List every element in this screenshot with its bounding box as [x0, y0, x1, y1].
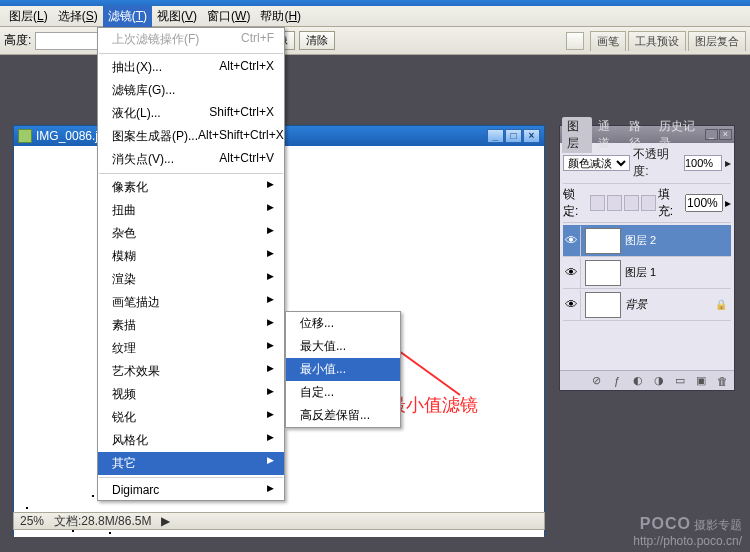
- new-layer-icon[interactable]: ▣: [692, 373, 710, 388]
- lock-transparency-icon[interactable]: [590, 195, 605, 211]
- zoom-level[interactable]: 25%: [20, 514, 44, 528]
- menu-sharpen[interactable]: 锐化▶: [98, 406, 284, 429]
- opacity-input[interactable]: [684, 155, 722, 171]
- menu-render[interactable]: 渲染▶: [98, 268, 284, 291]
- menu-other[interactable]: 其它▶: [98, 452, 284, 475]
- menu-pattern-maker[interactable]: 图案生成器(P)...Alt+Shift+Ctrl+X: [98, 125, 284, 148]
- maximize-button[interactable]: □: [505, 129, 522, 143]
- lock-image-icon[interactable]: [607, 195, 622, 211]
- menu-blur[interactable]: 模糊▶: [98, 245, 284, 268]
- panel-tab-channels[interactable]: 通道: [593, 117, 623, 153]
- menu-distort[interactable]: 扭曲▶: [98, 199, 284, 222]
- menu-stylize[interactable]: 风格化▶: [98, 429, 284, 452]
- menu-digimarc[interactable]: Digimarc▶: [98, 480, 284, 500]
- menu-window[interactable]: 窗口(W): [202, 6, 255, 27]
- opacity-arrow-icon[interactable]: ▸: [725, 156, 731, 170]
- menu-help[interactable]: 帮助(H): [255, 6, 306, 27]
- close-button[interactable]: ×: [523, 129, 540, 143]
- menu-sketch[interactable]: 素描▶: [98, 314, 284, 337]
- lock-position-icon[interactable]: [624, 195, 639, 211]
- menu-pixelate[interactable]: 像素化▶: [98, 176, 284, 199]
- layer-thumbnail[interactable]: [585, 292, 621, 318]
- watermark: POCO 摄影专题 http://photo.poco.cn/: [633, 515, 742, 548]
- panel-tab-layers[interactable]: 图层: [562, 117, 592, 153]
- panel-minimize-icon[interactable]: _: [705, 129, 718, 140]
- layers-panel: 图层 通道 路径 历史记录 _ × 颜色减淡 不透明度: ▸ 锁定: 填充:: [559, 125, 735, 391]
- annotation-text: 最小值滤镜: [388, 393, 478, 417]
- layers-panel-footer: ⊘ ƒ ◐ ◑ ▭ ▣ 🗑: [560, 370, 734, 390]
- toolbar-palette-toggle-icon[interactable]: [566, 32, 584, 50]
- menu-maximum[interactable]: 最大值...: [286, 335, 400, 358]
- menu-artistic[interactable]: 艺术效果▶: [98, 360, 284, 383]
- link-layers-icon[interactable]: ⊘: [587, 373, 605, 388]
- menu-layer[interactable]: 图层(L): [4, 6, 53, 27]
- menu-select[interactable]: 选择(S): [53, 6, 103, 27]
- tab-tool-presets[interactable]: 工具预设: [628, 31, 686, 51]
- fill-arrow-icon[interactable]: ▸: [725, 196, 731, 210]
- height-label: 高度:: [4, 32, 31, 49]
- fill-input[interactable]: [685, 194, 723, 212]
- toolbar-btn-clear[interactable]: 清除: [299, 31, 335, 50]
- tab-brushes[interactable]: 画笔: [590, 31, 626, 51]
- menu-vanishing-point[interactable]: 消失点(V)...Alt+Ctrl+V: [98, 148, 284, 171]
- filter-dropdown: 上次滤镜操作(F)Ctrl+F 抽出(X)...Alt+Ctrl+X 滤镜库(G…: [97, 27, 285, 501]
- visibility-eye-icon[interactable]: 👁: [563, 226, 581, 256]
- layer-name[interactable]: 背景: [625, 297, 711, 312]
- delete-layer-icon[interactable]: 🗑: [713, 373, 731, 388]
- layer-name[interactable]: 图层 2: [625, 233, 731, 248]
- menu-liquify[interactable]: 液化(L)...Shift+Ctrl+X: [98, 102, 284, 125]
- new-group-icon[interactable]: ▭: [671, 373, 689, 388]
- menubar: 图层(L) 选择(S) 滤镜(T) 视图(V) 窗口(W) 帮助(H): [0, 6, 750, 27]
- minimize-button[interactable]: _: [487, 129, 504, 143]
- doc-size: 文档:28.8M/86.5M: [54, 513, 151, 530]
- layer-thumbnail[interactable]: [585, 228, 621, 254]
- menu-filter[interactable]: 滤镜(T): [103, 6, 152, 27]
- opacity-label: 不透明度:: [633, 146, 681, 180]
- layer-row-background[interactable]: 👁 背景 🔒: [563, 289, 731, 321]
- layer-style-icon[interactable]: ƒ: [608, 373, 626, 388]
- lock-all-icon[interactable]: [641, 195, 656, 211]
- menu-filter-gallery[interactable]: 滤镜库(G)...: [98, 79, 284, 102]
- menu-last-filter: 上次滤镜操作(F)Ctrl+F: [98, 28, 284, 51]
- adjustment-layer-icon[interactable]: ◑: [650, 373, 668, 388]
- menu-video[interactable]: 视频▶: [98, 383, 284, 406]
- panel-close-icon[interactable]: ×: [719, 129, 732, 140]
- visibility-eye-icon[interactable]: 👁: [563, 258, 581, 288]
- lock-label: 锁定:: [563, 186, 588, 220]
- menu-custom[interactable]: 自定...: [286, 381, 400, 404]
- menu-view[interactable]: 视图(V): [152, 6, 202, 27]
- menu-noise[interactable]: 杂色▶: [98, 222, 284, 245]
- layer-mask-icon[interactable]: ◐: [629, 373, 647, 388]
- status-bar: 25% 文档:28.8M/86.5M ▶: [13, 512, 545, 530]
- document-icon: [18, 129, 32, 143]
- layer-row-2[interactable]: 👁 图层 2: [563, 225, 731, 257]
- lock-icon: 🔒: [715, 299, 727, 310]
- document-title: IMG_0086.j: [36, 129, 98, 143]
- menu-offset[interactable]: 位移...: [286, 312, 400, 335]
- menu-brush-strokes[interactable]: 画笔描边▶: [98, 291, 284, 314]
- tab-layer-comps[interactable]: 图层复合: [688, 31, 746, 51]
- menu-high-pass[interactable]: 高反差保留...: [286, 404, 400, 427]
- layer-name[interactable]: 图层 1: [625, 265, 731, 280]
- layer-thumbnail[interactable]: [585, 260, 621, 286]
- menu-extract[interactable]: 抽出(X)...Alt+Ctrl+X: [98, 56, 284, 79]
- blend-mode-select[interactable]: 颜色减淡: [563, 155, 630, 171]
- fill-label: 填充:: [658, 186, 683, 220]
- other-submenu: 位移... 最大值... 最小值... 自定... 高反差保留...: [285, 311, 401, 428]
- layer-row-1[interactable]: 👁 图层 1: [563, 257, 731, 289]
- visibility-eye-icon[interactable]: 👁: [563, 290, 581, 320]
- menu-minimum[interactable]: 最小值...: [286, 358, 400, 381]
- menu-texture[interactable]: 纹理▶: [98, 337, 284, 360]
- status-arrow-icon[interactable]: ▶: [161, 514, 170, 528]
